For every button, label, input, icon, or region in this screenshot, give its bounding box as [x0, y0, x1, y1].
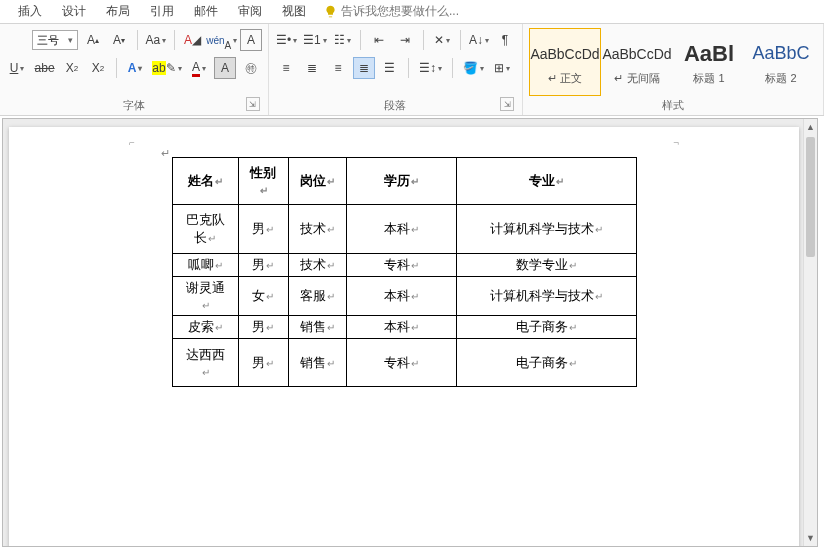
font-dialog-launcher[interactable]: ⇲: [246, 97, 260, 111]
strikethrough-button[interactable]: abe: [32, 57, 57, 79]
table-cell[interactable]: 客服↵: [288, 277, 346, 316]
tab-mailings[interactable]: 邮件: [184, 0, 228, 24]
header-gender[interactable]: 性别↵: [238, 158, 288, 205]
table-cell[interactable]: 计算机科学与技术↵: [456, 277, 636, 316]
table-cell[interactable]: 呱唧↵: [172, 254, 238, 277]
document-table[interactable]: 姓名↵ 性别↵ 岗位↵ 学历↵ 专业↵ 巴克队长↵男↵技术↵本科↵计算机科学与技…: [172, 157, 637, 387]
phonetic-guide-button[interactable]: wénA: [207, 29, 236, 51]
text-effects-button[interactable]: A: [124, 57, 146, 79]
table-row[interactable]: 达西西↵男↵销售↵专科↵电子商务↵: [172, 339, 636, 387]
table-cell[interactable]: 皮索↵: [172, 316, 238, 339]
table-cell[interactable]: 本科↵: [346, 316, 456, 339]
table-cell[interactable]: 男↵: [238, 254, 288, 277]
tell-me-search[interactable]: 告诉我您想要做什么...: [324, 3, 459, 20]
font-color-button[interactable]: A: [188, 57, 210, 79]
header-major[interactable]: 专业↵: [456, 158, 636, 205]
grow-font-button[interactable]: A▴: [82, 29, 104, 51]
change-case-button[interactable]: Aa: [145, 29, 167, 51]
table-header-row[interactable]: 姓名↵ 性别↵ 岗位↵ 学历↵ 专业↵: [172, 158, 636, 205]
tab-review[interactable]: 审阅: [228, 0, 272, 24]
tab-references[interactable]: 引用: [140, 0, 184, 24]
style-normal[interactable]: AaBbCcDd ↵ 正文: [529, 28, 601, 96]
table-cell[interactable]: 技术↵: [288, 205, 346, 254]
character-border-button[interactable]: A: [240, 29, 262, 51]
styles-gallery[interactable]: AaBbCcDd ↵ 正文 AaBbCcDd ↵ 无间隔 AaBl 标题 1 A…: [529, 28, 817, 96]
align-distributed-button[interactable]: ☰: [379, 57, 401, 79]
align-right-button[interactable]: ≡: [327, 57, 349, 79]
style-heading1[interactable]: AaBl 标题 1: [673, 28, 745, 96]
bullets-button[interactable]: ☰•: [275, 29, 298, 51]
underline-button[interactable]: U: [6, 57, 28, 79]
paragraph-mark: ↵: [161, 147, 170, 160]
header-name[interactable]: 姓名↵: [172, 158, 238, 205]
header-position[interactable]: 岗位↵: [288, 158, 346, 205]
table-cell[interactable]: 销售↵: [288, 339, 346, 387]
scroll-thumb[interactable]: [806, 137, 815, 257]
table-cell[interactable]: 计算机科学与技术↵: [456, 205, 636, 254]
line-spacing-button[interactable]: ☰↕: [416, 57, 445, 79]
table-cell[interactable]: 女↵: [238, 277, 288, 316]
asian-layout-button[interactable]: ✕: [431, 29, 453, 51]
clear-formatting-button[interactable]: A◢: [181, 29, 203, 51]
table-cell[interactable]: 谢灵通↵: [172, 277, 238, 316]
table-cell[interactable]: 专科↵: [346, 254, 456, 277]
scroll-up-button[interactable]: ▲: [804, 119, 817, 135]
document-page[interactable]: ⌐¬ ↵ 姓名↵ 性别↵ 岗位↵ 学历↵ 专业↵ 巴克队长↵男↵技术↵本科↵计算…: [9, 127, 799, 547]
lightbulb-icon: [324, 5, 337, 18]
tab-layout[interactable]: 布局: [96, 0, 140, 24]
table-row[interactable]: 呱唧↵男↵技术↵专科↵数学专业↵: [172, 254, 636, 277]
shrink-font-button[interactable]: A▾: [108, 29, 130, 51]
group-paragraph-label: 段落 ⇲: [275, 96, 516, 113]
superscript-button[interactable]: X2: [87, 57, 109, 79]
tab-insert[interactable]: 插入: [8, 0, 52, 24]
subscript-button[interactable]: X2: [61, 57, 83, 79]
tab-design[interactable]: 设计: [52, 0, 96, 24]
header-education[interactable]: 学历↵: [346, 158, 456, 205]
style-name: 标题 1: [693, 71, 724, 86]
table-cell[interactable]: 数学专业↵: [456, 254, 636, 277]
borders-button[interactable]: ⊞: [491, 57, 513, 79]
table-cell[interactable]: 男↵: [238, 316, 288, 339]
table-cell[interactable]: 电子商务↵: [456, 339, 636, 387]
font-size-select[interactable]: 三号: [32, 30, 78, 50]
table-cell[interactable]: 本科↵: [346, 277, 456, 316]
style-heading2[interactable]: AaBbC 标题 2: [745, 28, 817, 96]
vertical-scrollbar[interactable]: ▲ ▼: [803, 119, 817, 546]
table-cell[interactable]: 巴克队长↵: [172, 205, 238, 254]
table-cell[interactable]: 专科↵: [346, 339, 456, 387]
table-cell[interactable]: 本科↵: [346, 205, 456, 254]
align-center-button[interactable]: ≣: [301, 57, 323, 79]
tab-view[interactable]: 视图: [272, 0, 316, 24]
table-cell[interactable]: 达西西↵: [172, 339, 238, 387]
increase-indent-button[interactable]: ⇥: [394, 29, 416, 51]
table-row[interactable]: 皮索↵男↵销售↵本科↵电子商务↵: [172, 316, 636, 339]
align-justify-button[interactable]: ≣: [353, 57, 375, 79]
character-shading-button[interactable]: A: [214, 57, 236, 79]
scroll-down-button[interactable]: ▼: [804, 530, 817, 546]
table-row[interactable]: 谢灵通↵女↵客服↵本科↵计算机科学与技术↵: [172, 277, 636, 316]
style-name: ↵ 无间隔: [614, 71, 659, 86]
table-cell[interactable]: 男↵: [238, 205, 288, 254]
numbering-button[interactable]: ☰1: [302, 29, 327, 51]
align-left-button[interactable]: ≡: [275, 57, 297, 79]
shading-button[interactable]: 🪣: [460, 57, 487, 79]
tell-me-label: 告诉我您想要做什么...: [341, 3, 459, 20]
table-cell[interactable]: 电子商务↵: [456, 316, 636, 339]
sort-button[interactable]: A↓: [468, 29, 490, 51]
document-area: ⌐¬ ↵ 姓名↵ 性别↵ 岗位↵ 学历↵ 专业↵ 巴克队长↵男↵技术↵本科↵计算…: [2, 118, 818, 547]
decrease-indent-button[interactable]: ⇤: [368, 29, 390, 51]
style-no-spacing[interactable]: AaBbCcDd ↵ 无间隔: [601, 28, 673, 96]
table-cell[interactable]: 男↵: [238, 339, 288, 387]
table-cell[interactable]: 销售↵: [288, 316, 346, 339]
ribbon-tabs: 插入 设计 布局 引用 邮件 审阅 视图 告诉我您想要做什么...: [0, 0, 824, 24]
group-styles-label: 样式: [529, 96, 817, 113]
paragraph-dialog-launcher[interactable]: ⇲: [500, 97, 514, 111]
group-font: 三号 A▴ A▾ Aa A◢ wénA A U abe X2 X2 A ab✎ …: [0, 24, 269, 115]
style-preview: AaBbCcDd: [530, 39, 599, 69]
show-marks-button[interactable]: ¶: [494, 29, 516, 51]
enclose-characters-button[interactable]: ㊕: [240, 57, 262, 79]
table-cell[interactable]: 技术↵: [288, 254, 346, 277]
multilevel-list-button[interactable]: ☷: [331, 29, 353, 51]
table-row[interactable]: 巴克队长↵男↵技术↵本科↵计算机科学与技术↵: [172, 205, 636, 254]
highlight-button[interactable]: ab✎: [150, 57, 184, 79]
